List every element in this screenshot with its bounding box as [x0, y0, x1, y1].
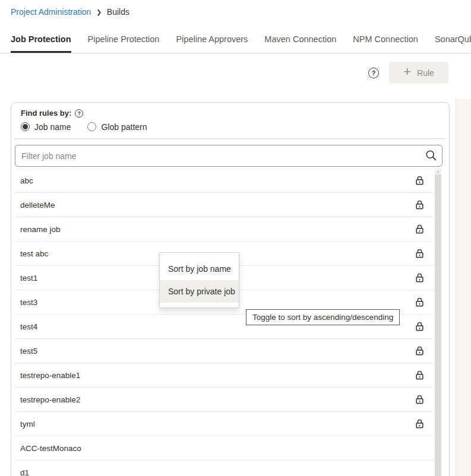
help-icon[interactable]: ? — [368, 68, 379, 78]
scroll-up-icon[interactable]: ▲ — [435, 169, 441, 174]
add-rule-button-label: Rule — [417, 68, 434, 78]
private-job-lock-icon — [415, 419, 424, 429]
tab-job-protection[interactable]: Job Protection — [11, 31, 71, 53]
sort-context-menu: Sort by job name Sort by private job — [159, 252, 239, 308]
job-name: test4 — [20, 322, 37, 331]
find-rules-label: Find rules by: — [21, 109, 71, 118]
private-job-lock-icon — [415, 346, 424, 356]
private-job-lock-icon — [415, 370, 424, 380]
toolbar: ? + Rule — [0, 62, 471, 84]
job-row[interactable]: abc — [15, 169, 434, 193]
job-name: test abc — [20, 249, 48, 258]
job-name: test3 — [20, 298, 37, 307]
job-name: testrepo-enable1 — [20, 371, 80, 380]
private-job-lock-icon — [415, 273, 424, 283]
page-background-strip — [456, 99, 471, 476]
menu-item-sort-by-job-name[interactable]: Sort by job name — [160, 258, 239, 280]
radio-selected-icon[interactable] — [21, 122, 30, 131]
list-scrollbar[interactable]: ▲ — [435, 169, 441, 476]
search-icon[interactable] — [425, 150, 437, 164]
scrollbar-thumb[interactable] — [435, 174, 441, 476]
job-row[interactable]: test5 — [15, 339, 434, 363]
job-row[interactable]: d1 — [15, 461, 434, 476]
private-job-lock-icon — [415, 249, 424, 258]
tab-bar: Job Protection Pipeline Protection Pipel… — [0, 31, 471, 53]
private-job-lock-icon — [415, 176, 424, 185]
chevron-right-icon: ❯ — [96, 8, 101, 15]
breadcrumb-current-builds: Builds — [107, 7, 129, 17]
find-rules-radio-group: Job name Glob pattern — [21, 122, 449, 131]
job-name: tyml — [20, 420, 35, 429]
radio-option-job-name[interactable]: Job name — [21, 122, 71, 132]
radio-unselected-icon[interactable] — [87, 122, 96, 131]
job-row[interactable]: ACC-testMonaco — [15, 436, 434, 461]
divider — [15, 138, 445, 139]
job-name: rename job — [20, 225, 61, 234]
job-row[interactable]: tyml — [15, 412, 434, 436]
menu-item-sort-by-private-job[interactable]: Sort by private job — [160, 280, 239, 303]
find-rules-help-icon[interactable]: ? — [75, 109, 83, 118]
tab-pipeline-approvers[interactable]: Pipeline Approvers — [176, 31, 248, 53]
private-job-lock-icon — [415, 322, 424, 331]
job-name: ACC-testMonaco — [20, 444, 81, 453]
job-name: delleteMe — [20, 201, 55, 210]
private-job-lock-icon — [415, 395, 424, 404]
plus-icon: + — [403, 65, 411, 78]
find-rules-row: Find rules by: ? — [21, 109, 449, 118]
private-job-lock-icon — [415, 200, 424, 210]
job-row[interactable]: testrepo-enable1 — [15, 363, 434, 388]
tab-sonarqube-server[interactable]: SonarQube Server — [435, 31, 471, 53]
breadcrumb: Project Administration ❯ Builds — [11, 7, 471, 17]
job-name: abc — [20, 176, 33, 185]
filter-job-name-input[interactable] — [15, 145, 442, 167]
job-row[interactable]: rename job — [15, 217, 434, 242]
radio-job-name-label: Job name — [34, 122, 71, 132]
job-row[interactable]: delleteMe — [15, 193, 434, 217]
job-name: testrepo-enable2 — [20, 395, 80, 404]
tab-maven-connection[interactable]: Maven Connection — [264, 31, 336, 53]
private-job-lock-icon — [415, 224, 424, 234]
job-row[interactable]: testrepo-enable2 — [15, 388, 434, 412]
tab-pipeline-protection[interactable]: Pipeline Protection — [88, 31, 160, 53]
private-job-lock-icon — [415, 297, 424, 307]
radio-glob-pattern-label: Glob pattern — [101, 122, 147, 132]
job-name: d1 — [20, 468, 29, 476]
add-rule-button[interactable]: + Rule — [389, 62, 448, 84]
filter-field — [15, 145, 442, 167]
job-name: test5 — [20, 347, 37, 356]
radio-option-glob-pattern[interactable]: Glob pattern — [87, 122, 147, 132]
tab-npm-connection[interactable]: NPM Connection — [353, 31, 418, 53]
breadcrumb-link-project-administration[interactable]: Project Administration — [11, 7, 91, 17]
job-name: test1 — [20, 274, 37, 283]
sort-tooltip: Toggle to sort by ascending/descending — [246, 309, 400, 325]
